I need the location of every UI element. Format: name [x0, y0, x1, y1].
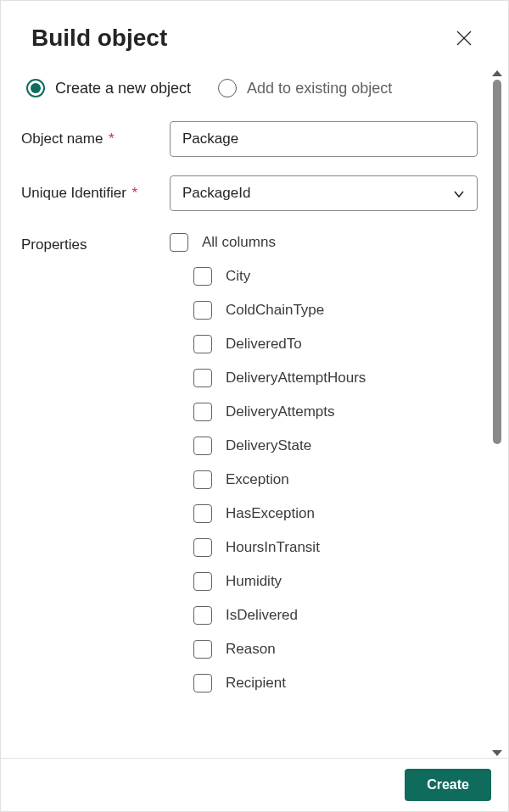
property-item: IsDelivered	[193, 606, 478, 625]
all-columns-label: All columns	[202, 234, 276, 251]
property-item: ColdChainType	[193, 301, 478, 320]
property-item: HoursInTransit	[193, 538, 478, 557]
property-label: IsDelivered	[226, 607, 298, 624]
all-columns-checkbox[interactable]	[170, 233, 188, 252]
property-label: Humidity	[226, 573, 282, 590]
scrollbar-thumb[interactable]	[493, 80, 501, 444]
property-label: DeliveryAttempts	[226, 403, 334, 420]
property-label: DeliveryAttemptHours	[226, 370, 366, 387]
radio-icon	[26, 79, 45, 97]
select-value: PackageId	[182, 185, 250, 202]
unique-identifier-label: Unique Identifier *	[21, 185, 170, 202]
radio-label: Create a new object	[55, 80, 191, 97]
radio-icon	[218, 79, 237, 97]
dialog-header: Build object	[1, 1, 508, 69]
scroll-down-icon[interactable]	[492, 750, 502, 756]
radio-add-existing[interactable]: Add to existing object	[218, 79, 392, 97]
property-item: City	[193, 267, 478, 286]
property-item: DeliveryAttempts	[193, 403, 478, 421]
create-button[interactable]: Create	[405, 769, 491, 801]
unique-identifier-select[interactable]: PackageId	[170, 175, 478, 211]
object-name-input[interactable]	[170, 121, 478, 157]
radio-create-new[interactable]: Create a new object	[26, 79, 191, 97]
label-text: Object name	[21, 131, 103, 147]
property-item: DeliveryState	[193, 437, 478, 455]
properties-row: Properties All columns CityColdChainType…	[21, 230, 478, 692]
unique-identifier-row: Unique Identifier * PackageId	[21, 175, 478, 211]
dialog-title: Build object	[31, 25, 167, 52]
property-item: Recipient	[193, 674, 478, 692]
property-checkbox[interactable]	[193, 267, 212, 286]
property-checkbox[interactable]	[193, 369, 212, 387]
property-checkbox[interactable]	[193, 606, 212, 625]
properties-list: All columns CityColdChainTypeDeliveredTo…	[170, 230, 478, 692]
object-name-row: Object name *	[21, 121, 478, 157]
property-checkbox[interactable]	[193, 538, 212, 557]
mode-radio-group: Create a new object Add to existing obje…	[26, 79, 478, 97]
property-checkbox[interactable]	[193, 403, 212, 421]
property-label: Recipient	[226, 675, 286, 692]
property-label: Reason	[226, 641, 276, 658]
property-checkbox[interactable]	[193, 335, 212, 353]
build-object-dialog: Build object Create a new object Add to …	[0, 0, 509, 812]
property-label: HoursInTransit	[226, 539, 320, 556]
property-label: HasException	[226, 505, 315, 522]
required-marker: *	[104, 131, 114, 147]
scroll-region[interactable]: Create a new object Add to existing obje…	[1, 69, 488, 758]
property-label: DeliveryState	[226, 437, 311, 454]
dialog-footer: Create	[1, 758, 508, 811]
property-item: DeliveryAttemptHours	[193, 369, 478, 387]
property-item: Humidity	[193, 572, 478, 591]
scrollbar[interactable]	[489, 69, 505, 758]
property-label: Exception	[226, 471, 289, 488]
property-item: Reason	[193, 640, 478, 659]
object-name-label: Object name *	[21, 131, 170, 147]
all-columns-item: All columns	[170, 233, 478, 252]
radio-label: Add to existing object	[247, 80, 392, 97]
property-item: HasException	[193, 504, 478, 523]
dialog-body: Create a new object Add to existing obje…	[1, 69, 508, 758]
chevron-down-icon	[453, 187, 465, 199]
property-item: Exception	[193, 470, 478, 489]
close-icon	[456, 31, 472, 46]
property-label: DeliveredTo	[226, 336, 302, 353]
property-checkbox[interactable]	[193, 504, 212, 523]
property-checkbox[interactable]	[193, 470, 212, 489]
scrollbar-track[interactable]	[493, 80, 501, 747]
required-marker: *	[128, 185, 137, 201]
scroll-up-icon[interactable]	[492, 70, 502, 76]
property-checkbox[interactable]	[193, 301, 212, 320]
property-label: ColdChainType	[226, 302, 324, 319]
properties-label: Properties	[21, 230, 170, 692]
property-label: City	[226, 268, 250, 285]
property-checkbox[interactable]	[193, 674, 212, 692]
property-checkbox[interactable]	[193, 640, 212, 659]
property-checkbox[interactable]	[193, 437, 212, 455]
close-button[interactable]	[450, 25, 478, 52]
property-checkbox[interactable]	[193, 572, 212, 591]
label-text: Unique Identifier	[21, 185, 126, 201]
property-item: DeliveredTo	[193, 335, 478, 353]
